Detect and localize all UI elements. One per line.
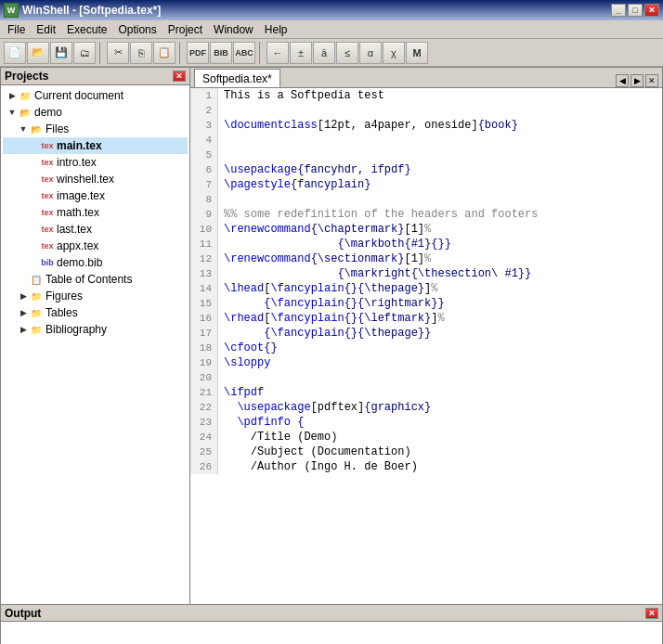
- projects-close-button[interactable]: ✕: [173, 71, 186, 82]
- folder-icon: 📁: [29, 323, 44, 336]
- tree-item-intro-tex[interactable]: tex intro.tex: [3, 154, 188, 171]
- tree-item-last-tex[interactable]: tex last.tex: [3, 221, 188, 238]
- save-button[interactable]: 💾: [50, 42, 72, 64]
- bib-button[interactable]: BIB: [210, 42, 232, 64]
- code-line: 24 /Title (Demo): [190, 430, 662, 444]
- toolbar-tex-group: PDF BIB ABC: [187, 42, 255, 64]
- tree-item-tables[interactable]: ▶ 📁 Tables: [3, 304, 188, 321]
- tab-next-button[interactable]: ▶: [630, 74, 644, 87]
- tree-label: Bibliography: [46, 323, 107, 336]
- tree-item-bibliography[interactable]: ▶ 📁 Bibliography: [3, 321, 188, 338]
- editor-area: Softpedia.tex* ◀ ▶ ✕ 1 This is a Softped…: [190, 67, 663, 605]
- output-panel: Output ✕ Output Log Search Results Tasks: [0, 605, 663, 644]
- tree-item-appx-tex[interactable]: tex appx.tex: [3, 238, 188, 254]
- leq-button[interactable]: ≤: [336, 42, 358, 64]
- tree-item-math-tex[interactable]: tex math.tex: [3, 204, 188, 221]
- menu-file[interactable]: File: [2, 21, 31, 38]
- code-line: 9 %% some redefinition of the headers an…: [190, 207, 662, 222]
- code-line: 15 {\fancyplain{}{\rightmark}}: [190, 296, 662, 311]
- tab-nav: ◀ ▶ ✕: [616, 74, 658, 87]
- menu-edit[interactable]: Edit: [31, 21, 61, 38]
- code-line: 20: [190, 370, 662, 385]
- tree-label: Current document: [34, 89, 124, 102]
- cut-button[interactable]: ✂: [107, 42, 129, 64]
- tab-prev-button[interactable]: ◀: [616, 74, 629, 87]
- menu-help[interactable]: Help: [259, 21, 293, 38]
- tree-item-current-doc[interactable]: ▶ 📁 Current document: [3, 87, 188, 104]
- folder-icon: 📁: [29, 306, 44, 319]
- title-bar-buttons: _ □ ✕: [611, 4, 659, 17]
- title-bar-left: W WinShell - [Softpedia.tex*]: [4, 3, 161, 18]
- projects-panel: Projects ✕ ▶ 📁 Current document ▼ 📂 demo…: [0, 67, 190, 605]
- bib-icon: bib: [40, 256, 55, 269]
- tree-label: demo.bib: [57, 256, 102, 269]
- alpha-button[interactable]: α: [359, 42, 382, 64]
- code-editor[interactable]: 1 This is a Softpedia test 2 3 \document…: [190, 88, 662, 604]
- code-line: 12 \renewcommand{\sectionmark}[1]%: [190, 251, 662, 266]
- editor-tab-softpedia[interactable]: Softpedia.tex*: [194, 69, 280, 87]
- tree-label: Files: [46, 122, 69, 135]
- projects-title: Projects: [5, 70, 48, 83]
- tree-item-main-tex[interactable]: tex main.tex: [3, 137, 188, 154]
- save-all-button[interactable]: 🗂: [73, 42, 96, 64]
- pdf-button[interactable]: PDF: [187, 42, 209, 64]
- tree-item-files[interactable]: ▼ 📂 Files: [3, 121, 188, 137]
- tree-item-winshell-tex[interactable]: tex winshell.tex: [3, 171, 188, 187]
- menu-options[interactable]: Options: [112, 21, 162, 38]
- chi-button[interactable]: χ: [383, 42, 405, 64]
- tree-item-image-tex[interactable]: tex image.tex: [3, 187, 188, 204]
- paste-button[interactable]: 📋: [153, 42, 176, 64]
- close-button[interactable]: ✕: [644, 4, 659, 17]
- code-line: 10 \renewcommand{\chaptermark}[1]%: [190, 222, 662, 237]
- code-line: 8: [190, 192, 662, 207]
- copy-button[interactable]: ⎘: [130, 42, 152, 64]
- tree-item-demo[interactable]: ▼ 📂 demo: [3, 104, 188, 121]
- tree-item-demo-bib[interactable]: bib demo.bib: [3, 254, 188, 271]
- open-button[interactable]: 📂: [27, 42, 49, 64]
- code-line: 3 \documentclass[12pt, a4paper, oneside]…: [190, 118, 662, 133]
- title-bar: W WinShell - [Softpedia.tex*] _ □ ✕: [0, 0, 663, 20]
- output-close-button[interactable]: ✕: [645, 608, 658, 619]
- folder-icon: 📁: [18, 89, 32, 102]
- code-line: 6 \usepackage{fancyhdr, ifpdf}: [190, 162, 662, 177]
- toolbar-edit-group: ✂ ⎘ 📋: [107, 42, 176, 64]
- spell-button[interactable]: ABC: [233, 42, 255, 64]
- left-arrow-button[interactable]: ←: [266, 42, 289, 64]
- M-button[interactable]: M: [406, 42, 428, 64]
- menu-execute[interactable]: Execute: [61, 21, 112, 38]
- minimize-button[interactable]: _: [611, 4, 626, 17]
- tree-item-toc[interactable]: 📋 Table of Contents: [3, 271, 188, 288]
- code-line: 23 \pdfinfo {: [190, 415, 662, 430]
- tree-label: appx.tex: [57, 239, 98, 252]
- output-header: Output ✕: [1, 605, 662, 622]
- code-line: 2: [190, 103, 662, 118]
- tab-close-button[interactable]: ✕: [645, 74, 658, 87]
- toolbar-file-group: 📄 📂 💾 🗂: [4, 42, 96, 64]
- toolbar: 📄 📂 💾 🗂 ✂ ⎘ 📋 PDF BIB ABC ← ± ā ≤ α χ M: [0, 39, 663, 67]
- menu-window[interactable]: Window: [208, 21, 259, 38]
- maximize-button[interactable]: □: [628, 4, 643, 17]
- tree-item-figures[interactable]: ▶ 📁 Figures: [3, 288, 188, 304]
- tree-label: image.tex: [57, 189, 105, 202]
- tree-label: intro.tex: [57, 156, 97, 169]
- a-bar-button[interactable]: ā: [313, 42, 335, 64]
- plusminus-button[interactable]: ±: [290, 42, 312, 64]
- menu-project[interactable]: Project: [162, 21, 208, 38]
- toolbar-sep-3: [259, 42, 263, 64]
- folder-icon: 📁: [29, 290, 44, 303]
- tex-icon: tex: [40, 156, 55, 169]
- code-line: 4: [190, 133, 662, 148]
- table-icon: 📋: [29, 273, 44, 286]
- folder-open-icon: 📂: [29, 122, 44, 135]
- toolbar-sep-2: [179, 42, 183, 64]
- code-line: 16 \rhead[\fancyplain{}{\leftmark}]%: [190, 311, 662, 326]
- tab-label: Softpedia.tex*: [202, 72, 272, 85]
- editor-tabs: Softpedia.tex* ◀ ▶ ✕: [190, 68, 662, 88]
- tree-label: Tables: [46, 306, 78, 319]
- projects-tree: ▶ 📁 Current document ▼ 📂 demo ▼ 📂 Files …: [1, 85, 189, 604]
- new-button[interactable]: 📄: [4, 42, 26, 64]
- code-line: 22 \usepackage[pdftex]{graphicx}: [190, 400, 662, 415]
- output-content: [1, 622, 662, 644]
- main-layout: Projects ✕ ▶ 📁 Current document ▼ 📂 demo…: [0, 67, 663, 605]
- code-line: 21 \ifpdf: [190, 385, 662, 400]
